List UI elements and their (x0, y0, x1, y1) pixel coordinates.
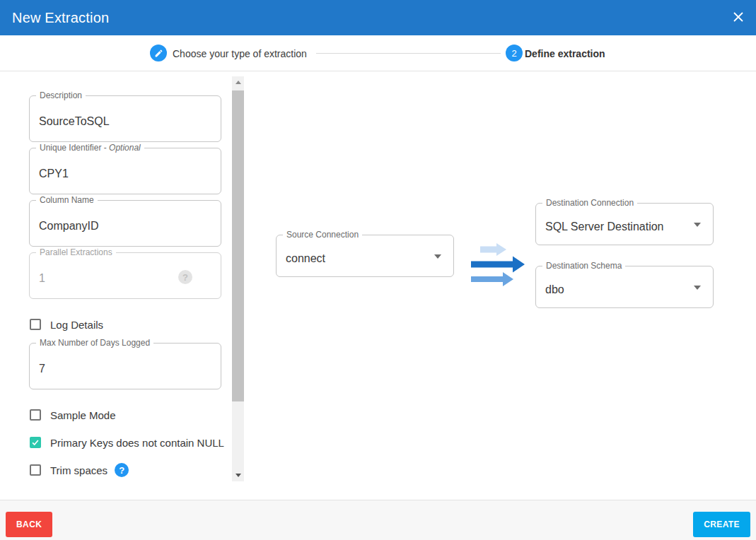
step-2-circle[interactable]: 2 (506, 45, 523, 61)
scroll-up-arrow-icon[interactable] (232, 76, 244, 88)
unique-identifier-label: Unique Identifier - Optional (36, 143, 144, 153)
description-label: Description (36, 90, 86, 100)
column-name-field[interactable]: Column Name CompanyID (29, 200, 221, 247)
check-icon (31, 438, 40, 447)
dialog-header: New Extraction (0, 0, 756, 35)
dropdown-arrow-icon[interactable] (434, 254, 441, 259)
close-icon (733, 11, 744, 23)
trim-spaces-row[interactable]: Trim spaces ? (30, 464, 129, 476)
parallel-extractions-field: Parallel Extractions 1 ? (29, 252, 221, 299)
optional-hint: Optional (109, 143, 141, 153)
log-details-checkbox[interactable] (30, 319, 41, 330)
dialog-body: Description SourceToSQL Unique Identifie… (0, 71, 756, 500)
left-panel-scrollbar[interactable] (232, 76, 244, 481)
destination-connection-select[interactable]: Destination Connection SQL Server Destin… (535, 203, 714, 245)
transfer-arrows-icon (470, 238, 526, 289)
unique-identifier-input[interactable]: CPY1 (39, 168, 69, 180)
source-connection-label: Source Connection (283, 230, 362, 240)
destination-schema-value: dbo (545, 283, 564, 296)
step-2-number: 2 (511, 48, 516, 59)
log-details-label: Log Details (50, 319, 103, 331)
description-field[interactable]: Description SourceToSQL (29, 95, 221, 142)
create-button[interactable]: CREATE (693, 512, 750, 537)
dropdown-arrow-icon[interactable] (694, 286, 701, 290)
sample-mode-checkbox[interactable] (30, 409, 41, 421)
max-days-logged-label: Max Number of Days Logged (36, 338, 153, 348)
primary-keys-label: Primary Keys does not contain NULL (50, 437, 224, 449)
dropdown-arrow-icon[interactable] (694, 223, 701, 227)
help-icon[interactable]: ? (115, 463, 129, 477)
close-button[interactable] (730, 9, 747, 26)
new-extraction-dialog: New Extraction Choose your type of extra… (0, 0, 756, 540)
destination-connection-value: SQL Server Destination (545, 221, 663, 233)
scroll-down-arrow-icon[interactable] (232, 469, 244, 481)
unique-identifier-field[interactable]: Unique Identifier - Optional CPY1 (29, 148, 221, 194)
description-input[interactable]: SourceToSQL (39, 115, 110, 128)
step-1-circle[interactable] (150, 45, 167, 61)
trim-spaces-label: Trim spaces (50, 464, 107, 476)
max-days-logged-field[interactable]: Max Number of Days Logged 7 (29, 343, 221, 389)
step-1-label[interactable]: Choose your type of extraction (173, 48, 307, 59)
step-2-label[interactable]: Define extraction (525, 48, 605, 59)
parallel-extractions-label: Parallel Extractions (36, 247, 116, 257)
destination-schema-label: Destination Schema (542, 261, 625, 271)
column-name-input[interactable]: CompanyID (39, 220, 98, 233)
source-connection-value: connect (286, 252, 325, 265)
stepper-connector (316, 53, 501, 54)
primary-keys-checkbox[interactable] (30, 437, 41, 448)
stepper: Choose your type of extraction 2 Define … (0, 35, 756, 71)
dialog-title: New Extraction (12, 10, 109, 26)
max-days-logged-input[interactable]: 7 (39, 363, 45, 375)
source-connection-select[interactable]: Source Connection connect (276, 235, 454, 277)
primary-keys-row[interactable]: Primary Keys does not contain NULL (30, 436, 224, 449)
help-icon-disabled: ? (178, 270, 192, 284)
scrollbar-thumb[interactable] (232, 90, 244, 401)
parallel-extractions-input: 1 (39, 272, 45, 285)
log-details-row[interactable]: Log Details (30, 318, 103, 331)
column-name-label: Column Name (36, 195, 98, 205)
trim-spaces-checkbox[interactable] (30, 464, 41, 476)
destination-connection-label: Destination Connection (542, 198, 637, 208)
back-button[interactable]: BACK (6, 512, 52, 537)
sample-mode-row[interactable]: Sample Mode (30, 409, 116, 421)
edit-pencil-icon (154, 49, 163, 58)
destination-schema-select[interactable]: Destination Schema dbo (535, 266, 714, 308)
sample-mode-label: Sample Mode (50, 409, 116, 421)
dialog-footer: BACK CREATE (0, 500, 756, 540)
